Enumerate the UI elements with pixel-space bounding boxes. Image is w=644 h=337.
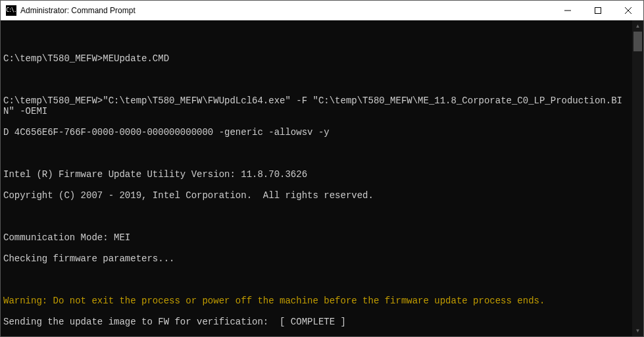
prompt-path: C:\temp\T580_MEFW> xyxy=(3,53,103,64)
command-continuation: D 4C656E6F-766F-0000-0000-000000000000 -… xyxy=(3,127,632,138)
scroll-up-icon[interactable]: ▲ xyxy=(632,20,643,32)
warning-line: Warning: Do not exit the process or powe… xyxy=(3,296,632,306)
blank-line xyxy=(3,148,632,159)
cmd-icon: C:\. xyxy=(6,5,16,16)
scroll-down-icon[interactable]: ▼ xyxy=(632,325,643,336)
output-line: Copyright (C) 2007 - 2019, Intel Corpora… xyxy=(3,190,632,201)
prompt-line: C:\temp\T580_MEFW>"C:\temp\T580_MEFW\FWU… xyxy=(3,95,632,117)
scroll-track[interactable] xyxy=(632,32,643,325)
vertical-scrollbar[interactable]: ▲ ▼ xyxy=(632,20,643,336)
output-line: Intel (R) Firmware Update Utility Versio… xyxy=(3,169,632,180)
command-text: MEUpdate.CMD xyxy=(103,53,169,64)
close-button[interactable] xyxy=(613,1,643,20)
svg-rect-1 xyxy=(595,7,601,13)
titlebar[interactable]: C:\. Administrator: Command Prompt xyxy=(1,1,643,20)
output-line: Sending the update image to FW for verif… xyxy=(3,317,632,327)
console-output[interactable]: C:\temp\T580_MEFW>MEUpdate.CMD C:\temp\T… xyxy=(1,20,632,336)
blank-line xyxy=(3,74,632,85)
scroll-thumb[interactable] xyxy=(633,32,642,51)
maximize-button[interactable] xyxy=(583,1,613,20)
prompt-line: C:\temp\T580_MEFW>MEUpdate.CMD xyxy=(3,53,632,64)
window-title: Administrator: Command Prompt xyxy=(20,6,553,15)
blank-line xyxy=(3,211,632,222)
minimize-button[interactable] xyxy=(553,1,583,20)
console-area: C:\temp\T580_MEFW>MEUpdate.CMD C:\temp\T… xyxy=(1,20,643,336)
blank-line xyxy=(3,32,632,43)
output-line: Communication Mode: MEI xyxy=(3,232,632,243)
window-controls xyxy=(553,1,643,20)
prompt-path: C:\temp\T580_MEFW> xyxy=(3,95,103,106)
blank-line xyxy=(3,274,632,285)
output-line: Checking firmware parameters... xyxy=(3,253,632,264)
